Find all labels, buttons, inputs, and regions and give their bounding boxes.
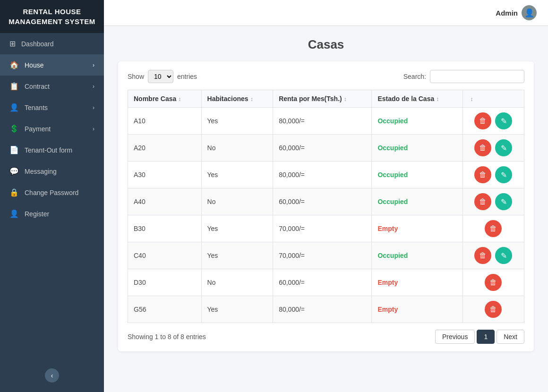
cell-nombre: D30	[128, 269, 202, 296]
house-chevron-icon: ›	[93, 62, 94, 68]
sidebar-label-payment: Payment	[25, 125, 51, 133]
topbar-username: Admin	[496, 9, 518, 17]
status-badge: Occupied	[377, 198, 408, 205]
sort-estado-icon[interactable]: ↕	[436, 96, 439, 102]
change-password-icon: 🔒	[9, 188, 19, 197]
sidebar-item-contract[interactable]: 📋 Contract ›	[0, 76, 104, 97]
delete-button[interactable]: 🗑	[485, 301, 502, 318]
status-badge: Empty	[377, 279, 398, 286]
sidebar-label-tenants: Tenants	[25, 104, 48, 111]
entries-select[interactable]: 10 25 50	[148, 70, 173, 83]
topbar-user: Admin 👤	[496, 5, 537, 20]
search-box: Search:	[403, 70, 524, 83]
sidebar: RENTAL HOUSE MANAGEMENT SYSTEM ⊞ Dashboa…	[0, 0, 104, 392]
cell-renta: 60,000/=	[273, 269, 372, 296]
table-row: G56 Yes 80,000/= Empty 🗑	[128, 296, 524, 323]
show-label: Show	[128, 73, 144, 80]
sidebar-nav: ⊞ Dashboard 🏠 House › 📋 Contract › 👤 Ten…	[0, 33, 104, 392]
cell-nombre: A40	[128, 188, 202, 215]
search-input[interactable]	[430, 70, 524, 83]
payment-chevron-icon: ›	[93, 126, 94, 132]
house-icon: 🏠	[9, 60, 19, 69]
sidebar-item-dashboard[interactable]: ⊞ Dashboard	[0, 33, 104, 54]
topbar: Admin 👤	[104, 0, 548, 26]
cell-nombre: A30	[128, 162, 202, 188]
next-button[interactable]: Next	[497, 330, 524, 344]
table-row: C40 Yes 70,000/= Occupied 🗑 ✎	[128, 242, 524, 269]
edit-button[interactable]: ✎	[495, 112, 512, 129]
cell-nombre: C40	[128, 242, 202, 269]
cell-renta: 60,000/=	[273, 188, 372, 215]
cell-renta: 80,000/=	[273, 296, 372, 323]
col-renta: Renta por Mes(Tsh.)↕	[273, 90, 372, 108]
cell-actions: 🗑 ✎	[462, 242, 524, 269]
status-badge: Occupied	[377, 117, 408, 125]
edit-button[interactable]: ✎	[495, 166, 512, 183]
sidebar-collapse-button[interactable]: ‹	[45, 368, 59, 383]
status-badge: Occupied	[377, 252, 408, 259]
sort-actions-icon[interactable]: ↕	[471, 96, 473, 102]
col-estado: Estado de la Casa↕	[372, 90, 462, 108]
sidebar-label-dashboard: Dashboard	[21, 40, 54, 48]
status-badge: Empty	[377, 225, 398, 232]
cell-nombre: A10	[128, 108, 202, 135]
showing-text: Showing 1 to 8 of 8 entries	[128, 333, 206, 341]
show-entries: Show 10 25 50 entries	[128, 70, 197, 83]
houses-table: Nombre Casa↕ Habitaciones↕ Renta por Mes…	[128, 90, 524, 323]
sidebar-item-house[interactable]: 🏠 House ›	[0, 54, 104, 76]
page-1-button[interactable]: 1	[477, 330, 495, 344]
sidebar-item-change-password[interactable]: 🔒 Change Password	[0, 182, 104, 203]
delete-button[interactable]: 🗑	[474, 193, 491, 210]
avatar: 👤	[522, 5, 537, 20]
delete-button[interactable]: 🗑	[474, 139, 491, 156]
sidebar-item-tenants[interactable]: 👤 Tenants ›	[0, 97, 104, 118]
table-row: A10 Yes 80,000/= Occupied 🗑 ✎	[128, 108, 524, 135]
cell-habitaciones: No	[201, 188, 273, 215]
delete-button[interactable]: 🗑	[474, 112, 491, 129]
table-row: A30 Yes 80,000/= Occupied 🗑 ✎	[128, 162, 524, 188]
status-badge: Occupied	[377, 144, 408, 152]
cell-actions: 🗑 ✎	[462, 135, 524, 162]
cell-estado: Empty	[372, 296, 462, 323]
cell-actions: 🗑 ✎	[462, 108, 524, 135]
cell-estado: Empty	[372, 269, 462, 296]
cell-estado: Occupied	[372, 162, 462, 188]
payment-icon: 💲	[9, 124, 19, 133]
sidebar-label-house: House	[25, 61, 43, 69]
search-label: Search:	[403, 73, 426, 80]
sidebar-item-register[interactable]: 👤 Register	[0, 203, 104, 224]
delete-button[interactable]: 🗑	[485, 274, 502, 291]
main-content: Admin 👤 Casas Show 10 25 50 entries	[104, 0, 548, 392]
sidebar-label-contract: Contract	[25, 83, 50, 90]
messaging-icon: 💬	[9, 167, 19, 176]
cell-actions: 🗑	[462, 296, 524, 323]
edit-button[interactable]: ✎	[495, 139, 512, 156]
table-row: D30 No 60,000/= Empty 🗑	[128, 269, 524, 296]
col-nombre: Nombre Casa↕	[128, 90, 202, 108]
sort-nombre-icon[interactable]: ↕	[178, 96, 181, 102]
cell-renta: 80,000/=	[273, 162, 372, 188]
delete-button[interactable]: 🗑	[474, 166, 491, 183]
page-title: Casas	[118, 37, 534, 52]
table-controls: Show 10 25 50 entries Search:	[128, 70, 524, 83]
cell-habitaciones: Yes	[201, 296, 273, 323]
table-row: A20 No 60,000/= Occupied 🗑 ✎	[128, 135, 524, 162]
previous-button[interactable]: Previous	[435, 330, 475, 344]
cell-habitaciones: No	[201, 135, 273, 162]
sidebar-item-tenant-out[interactable]: 📄 Tenant-Out form	[0, 139, 104, 161]
delete-button[interactable]: 🗑	[485, 220, 502, 237]
sidebar-item-messaging[interactable]: 💬 Messaging	[0, 161, 104, 182]
col-habitaciones: Habitaciones↕	[201, 90, 273, 108]
cell-renta: 80,000/=	[273, 108, 372, 135]
sidebar-item-payment[interactable]: 💲 Payment ›	[0, 118, 104, 139]
cell-estado: Occupied	[372, 135, 462, 162]
sort-renta-icon[interactable]: ↕	[344, 96, 347, 102]
sort-habitaciones-icon[interactable]: ↕	[250, 96, 253, 102]
tenants-chevron-icon: ›	[93, 104, 94, 111]
edit-button[interactable]: ✎	[495, 247, 512, 264]
edit-button[interactable]: ✎	[495, 193, 512, 210]
sidebar-label-tenant-out: Tenant-Out form	[25, 146, 72, 154]
sidebar-label-change-password: Change Password	[25, 189, 78, 196]
delete-button[interactable]: 🗑	[474, 247, 491, 264]
table-header: Nombre Casa↕ Habitaciones↕ Renta por Mes…	[128, 90, 524, 108]
